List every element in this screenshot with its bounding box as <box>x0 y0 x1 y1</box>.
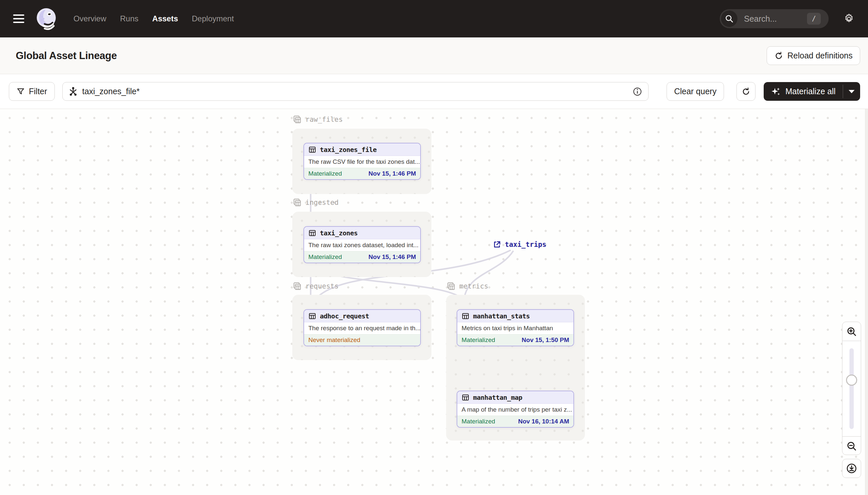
materialization-timestamp: Nov 15, 1:46 PM <box>368 253 416 261</box>
external-link-icon <box>493 240 501 249</box>
nav-deployment[interactable]: Deployment <box>192 14 234 23</box>
funnel-icon <box>16 87 25 96</box>
materialization-timestamp: Nov 15, 1:50 PM <box>521 337 569 344</box>
external-asset-taxi-trips[interactable]: taxi_trips <box>493 240 546 249</box>
zoom-in-button[interactable] <box>843 322 861 341</box>
table-icon <box>308 146 316 154</box>
zoom-slider-handle[interactable] <box>846 375 857 386</box>
page-header: Global Asset Lineage Reload definitions <box>0 37 868 74</box>
refresh-icon <box>774 51 783 61</box>
dagster-logo-icon[interactable] <box>35 7 58 31</box>
table-icon <box>308 229 316 237</box>
nav-overview[interactable]: Overview <box>73 14 106 23</box>
group-label-metrics[interactable]: metrics <box>447 282 489 290</box>
asset-node-adhoc-request[interactable]: adhoc_request The response to an request… <box>303 309 421 346</box>
zoom-out-icon <box>846 441 857 451</box>
asset-description: The raw taxi zones dataset, loaded int..… <box>304 239 420 251</box>
top-navbar: Overview Runs Assets Deployment Search..… <box>0 0 868 37</box>
page-title: Global Asset Lineage <box>16 50 117 62</box>
search-icon <box>721 11 738 27</box>
materialize-dropdown-button[interactable] <box>843 82 860 101</box>
lineage-edges <box>0 109 868 495</box>
asset-node-taxi-zones[interactable]: taxi_zones The raw taxi zones dataset, l… <box>303 226 421 263</box>
status-badge: Materialized <box>308 253 342 261</box>
group-label-ingested[interactable]: ingested <box>293 198 339 207</box>
lineage-canvas[interactable]: raw_files ingested requests metrics taxi… <box>0 109 868 495</box>
group-label-raw-files[interactable]: raw_files <box>293 115 343 124</box>
stacked-tables-icon <box>293 115 301 124</box>
reload-definitions-button[interactable]: Reload definitions <box>767 46 860 65</box>
status-badge: Never materialized <box>308 337 360 344</box>
nav-assets[interactable]: Assets <box>152 14 178 23</box>
table-icon <box>308 312 316 320</box>
gear-icon[interactable] <box>843 13 855 24</box>
stacked-tables-icon <box>293 198 301 207</box>
asset-selection-icon <box>69 87 78 96</box>
materialization-timestamp: Nov 16, 10:14 AM <box>518 418 569 425</box>
zoom-in-icon <box>846 326 857 337</box>
search-input[interactable]: Search... / <box>720 9 829 28</box>
asset-description: A map of the number of trips per taxi z.… <box>457 404 573 415</box>
chevron-down-icon <box>849 90 854 93</box>
refresh-icon <box>741 87 750 96</box>
clear-query-button[interactable]: Clear query <box>667 82 724 101</box>
info-icon[interactable] <box>633 87 642 97</box>
asset-description: The raw CSV file for the taxi zones dat.… <box>304 156 420 168</box>
menu-icon[interactable] <box>13 14 24 23</box>
download-graph-button[interactable] <box>842 459 861 478</box>
download-icon <box>846 463 857 474</box>
search-placeholder: Search... <box>744 14 777 24</box>
stacked-tables-icon <box>293 282 301 290</box>
table-icon <box>462 312 470 320</box>
asset-node-taxi-zones-file[interactable]: taxi_zones_file The raw CSV file for the… <box>303 143 421 180</box>
status-badge: Materialized <box>462 337 495 344</box>
asset-description: The response to an request made in th... <box>304 322 420 334</box>
zoom-slider[interactable] <box>843 341 861 437</box>
status-badge: Materialized <box>308 170 342 177</box>
vertical-scrollbar[interactable] <box>865 109 868 495</box>
table-icon <box>462 394 470 402</box>
group-label-requests[interactable]: requests <box>293 282 339 290</box>
zoom-out-button[interactable] <box>843 437 861 455</box>
nav-links: Overview Runs Assets Deployment <box>73 14 234 23</box>
sparkle-icon <box>771 87 781 97</box>
asset-node-manhattan-map[interactable]: manhattan_map A map of the number of tri… <box>457 391 574 428</box>
status-badge: Materialized <box>462 418 495 425</box>
asset-node-manhattan-stats[interactable]: manhattan_stats Metrics on taxi trips in… <box>457 309 574 346</box>
asset-selection-input[interactable]: taxi_zones_file* <box>62 82 649 101</box>
refresh-query-button[interactable] <box>737 82 756 101</box>
filter-button[interactable]: Filter <box>9 82 55 101</box>
lineage-toolbar: Filter taxi_zones_file* Clear query Mate… <box>0 74 868 109</box>
stacked-tables-icon <box>447 282 455 290</box>
materialize-all-button[interactable]: Materialize all <box>764 82 860 101</box>
asset-description: Metrics on taxi trips in Manhattan <box>457 322 573 334</box>
query-value: taxi_zones_file* <box>82 87 633 96</box>
zoom-panel <box>842 322 861 455</box>
nav-runs[interactable]: Runs <box>120 14 138 23</box>
search-shortcut-badge: / <box>807 13 821 24</box>
materialization-timestamp: Nov 15, 1:46 PM <box>368 170 416 177</box>
